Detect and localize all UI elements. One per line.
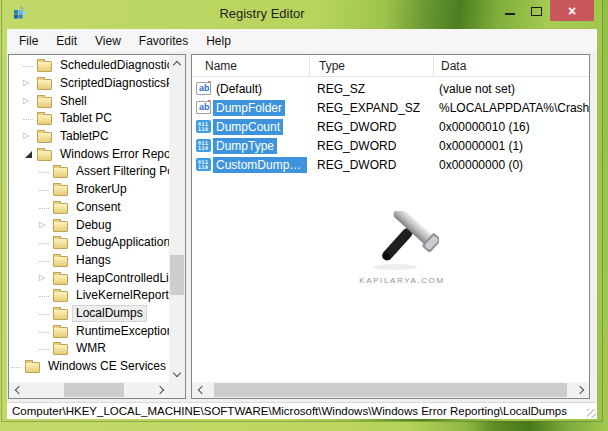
menu-favorites[interactable]: Favorites xyxy=(130,31,197,51)
tree-item[interactable]: Tablet PC xyxy=(9,110,169,128)
maximize-button[interactable] xyxy=(523,0,550,21)
tree-item[interactable]: Windows Error Report xyxy=(9,145,169,163)
chevron-right-icon xyxy=(575,386,583,394)
tree-pane: ScheduledDiagnostics ScriptedDiagnostics… xyxy=(8,54,186,399)
tree-item-label: LocalDumps xyxy=(73,306,146,321)
tree-connector xyxy=(39,236,51,249)
tree-connector xyxy=(39,307,51,320)
tree-item[interactable]: DebugApplication xyxy=(9,234,169,252)
tree-item[interactable]: Hangs xyxy=(9,252,169,270)
registry-value-row[interactable]: DumpFolder REG_EXPAND_SZ %LOCALAPPDATA%\… xyxy=(192,98,589,117)
registry-key-tree: ScheduledDiagnostics ScriptedDiagnostics… xyxy=(9,55,169,382)
value-data: 0x00000000 (0) xyxy=(434,158,589,172)
title-bar[interactable]: Registry Editor × xyxy=(2,0,602,29)
tree-item-label: Assert Filtering Po xyxy=(73,164,169,179)
tree-item-selected[interactable]: LocalDumps xyxy=(9,305,169,323)
tree-item-label: Tablet PC xyxy=(57,111,115,126)
scroll-left-button[interactable] xyxy=(192,382,208,398)
folder-icon xyxy=(53,309,68,320)
tree-item[interactable]: Windows CE Services xyxy=(9,358,169,376)
tree-item[interactable]: ScriptedDiagnosticsPr xyxy=(9,75,169,93)
tree-item[interactable]: BrokerUp xyxy=(9,181,169,199)
scroll-up-button[interactable] xyxy=(169,55,185,71)
column-header-name[interactable]: Name xyxy=(192,55,310,76)
menu-help[interactable]: Help xyxy=(197,31,240,51)
list-horizontal-scrollbar[interactable] xyxy=(192,382,589,398)
tree-item[interactable]: WMR xyxy=(9,340,169,358)
registry-value-row[interactable]: DumpCount REG_DWORD 0x00000010 (16) xyxy=(192,117,589,136)
menu-file[interactable]: File xyxy=(10,31,47,51)
folder-icon xyxy=(37,150,52,161)
tree-item[interactable]: Assert Filtering Po xyxy=(9,163,169,181)
tree-connector xyxy=(11,360,23,373)
registry-editor-window: Registry Editor × FileEditViewFavoritesH… xyxy=(2,0,602,421)
registry-value-row[interactable]: DumpType REG_DWORD 0x00000001 (1) xyxy=(192,136,589,155)
scroll-down-button[interactable] xyxy=(169,366,185,382)
tree-item[interactable]: HeapControlledLis xyxy=(9,269,169,287)
dword-value-icon xyxy=(196,158,211,171)
tree-vertical-scrollbar[interactable] xyxy=(169,55,185,382)
tree-item-label: LiveKernelReports xyxy=(73,288,169,303)
close-button[interactable]: × xyxy=(550,0,594,21)
folder-icon xyxy=(53,274,68,285)
value-data: 0x00000001 (1) xyxy=(434,139,589,153)
folder-icon xyxy=(53,327,68,338)
horizontal-scroll-thumb[interactable] xyxy=(64,383,124,397)
expand-icon[interactable] xyxy=(23,77,35,90)
tree-horizontal-scrollbar[interactable] xyxy=(9,382,169,398)
folder-icon xyxy=(37,97,52,108)
tree-item-label: TabletPC xyxy=(57,129,112,144)
registry-value-row[interactable]: CustomDumpFl... REG_DWORD 0x00000000 (0) xyxy=(192,155,589,174)
tree-item[interactable]: LiveKernelReports xyxy=(9,287,169,305)
expand-icon[interactable] xyxy=(39,272,51,285)
menu-view[interactable]: View xyxy=(86,31,130,51)
maximize-icon xyxy=(531,7,542,16)
column-header-data[interactable]: Data xyxy=(434,55,589,76)
registry-values-list: (Default) REG_SZ (value not set) DumpFol… xyxy=(192,77,589,382)
tree-item-label: DebugApplication xyxy=(73,235,169,250)
value-type: REG_DWORD xyxy=(310,158,434,172)
folder-icon xyxy=(53,256,68,267)
selected-key-path: Computer\HKEY_LOCAL_MACHINE\SOFTWARE\Mic… xyxy=(12,405,567,417)
menu-edit[interactable]: Edit xyxy=(47,31,86,51)
expand-icon[interactable] xyxy=(23,130,35,143)
expand-icon[interactable] xyxy=(39,219,51,232)
tree-connector xyxy=(23,59,35,72)
tree-item[interactable]: Debug xyxy=(9,216,169,234)
tree-item-label: BrokerUp xyxy=(73,182,130,197)
window-controls: × xyxy=(496,0,594,21)
tree-connector xyxy=(39,254,51,267)
folder-icon xyxy=(25,362,40,373)
collapse-icon[interactable] xyxy=(23,148,35,161)
scroll-left-button[interactable] xyxy=(9,382,25,398)
tree-item-label: Hangs xyxy=(73,253,114,268)
tree-item[interactable]: RuntimeException xyxy=(9,322,169,340)
tree-item[interactable]: ScheduledDiagnostics xyxy=(9,57,169,75)
expand-icon[interactable] xyxy=(23,95,35,108)
tree-item[interactable]: TabletPC xyxy=(9,128,169,146)
resize-grip-icon[interactable] xyxy=(587,409,596,418)
minimize-button[interactable] xyxy=(496,0,523,21)
folder-icon xyxy=(53,344,68,355)
registry-value-row[interactable]: (Default) REG_SZ (value not set) xyxy=(192,79,589,98)
tree-item-label: ScriptedDiagnosticsPr xyxy=(57,76,169,91)
tree-item-label: Shell xyxy=(57,94,90,109)
folder-icon xyxy=(53,203,68,214)
folder-icon xyxy=(53,291,68,302)
folder-icon xyxy=(53,221,68,232)
folder-icon xyxy=(37,79,52,90)
scroll-right-button[interactable] xyxy=(573,382,589,398)
value-type: REG_SZ xyxy=(310,82,434,96)
chevron-left-icon xyxy=(197,386,205,394)
string-value-icon xyxy=(196,82,211,95)
folder-icon xyxy=(53,238,68,249)
scroll-right-button[interactable] xyxy=(153,382,169,398)
value-data: 0x00000010 (16) xyxy=(434,120,589,134)
tree-item[interactable]: Consent xyxy=(9,199,169,217)
list-header: Name Type Data xyxy=(192,55,589,77)
chevron-down-icon xyxy=(173,368,181,376)
column-header-type[interactable]: Type xyxy=(310,55,434,76)
tree-item[interactable]: Shell xyxy=(9,92,169,110)
vertical-scroll-thumb[interactable] xyxy=(170,255,184,295)
horizontal-scroll-thumb[interactable] xyxy=(214,383,567,397)
